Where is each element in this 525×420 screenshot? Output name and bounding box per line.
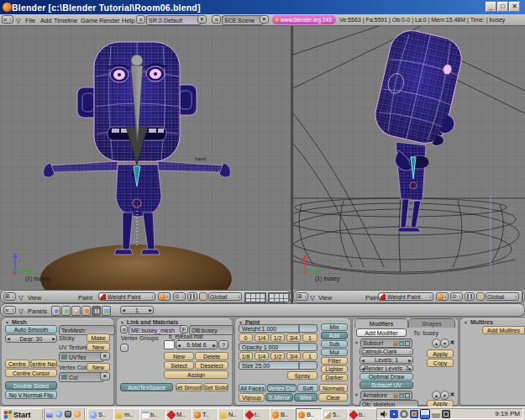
material-color-swatch[interactable] bbox=[164, 340, 175, 349]
panel-link-title[interactable]: ▼ Link and Materials bbox=[120, 319, 178, 325]
show-desktop-icon[interactable] bbox=[65, 411, 71, 417]
render-toggle-icon[interactable] bbox=[393, 341, 398, 346]
wire-toggle[interactable]: Wire bbox=[294, 393, 318, 402]
task-button-pen[interactable]: 5.. bbox=[322, 408, 351, 420]
orientation-dropdown[interactable]: Global ↕ bbox=[486, 292, 519, 301]
menu-help[interactable]: Help bbox=[122, 17, 134, 24]
material-assign-button[interactable]: Assign bbox=[164, 370, 228, 379]
material-deselect-button[interactable]: Deselect bbox=[195, 361, 228, 370]
uv-texture-new-button[interactable]: New bbox=[87, 343, 110, 351]
subsurf-levels-stepper[interactable]: ◀ Levels: 1 ▶ bbox=[360, 356, 413, 364]
gear-icon[interactable] bbox=[400, 410, 408, 418]
menu-paint[interactable]: Paint bbox=[78, 294, 92, 302]
menu-add[interactable]: Add bbox=[40, 17, 51, 24]
task-button-app-m[interactable]: M.. bbox=[165, 408, 195, 420]
degr-stepper[interactable]: ◀ Degr: 30 ▶ bbox=[5, 334, 57, 343]
manipulator-hand-icon[interactable] bbox=[199, 292, 207, 301]
viewport-side[interactable]: (1) busey bbox=[293, 26, 525, 290]
subsurf-copy-button[interactable]: Copy bbox=[427, 359, 454, 367]
task-button-blender-2-active[interactable]: B.. bbox=[296, 408, 325, 420]
shading-buttons-icon[interactable] bbox=[71, 306, 81, 316]
blender-tray-icon[interactable] bbox=[410, 410, 418, 418]
network-icon[interactable] bbox=[390, 410, 398, 418]
blend-sub-button[interactable]: Sub bbox=[321, 340, 348, 348]
mail-icon[interactable] bbox=[46, 411, 53, 417]
volume-icon[interactable] bbox=[380, 410, 388, 418]
tab-modifiers[interactable]: Modifiers bbox=[354, 318, 408, 328]
viewport-front[interactable]: he hand le.. (1) busey bbox=[0, 26, 291, 290]
vertex-group-button[interactable] bbox=[120, 344, 129, 352]
panels-menu[interactable]: Panels bbox=[28, 307, 47, 315]
start-button[interactable]: Start bbox=[2, 408, 45, 420]
editor-type-icon[interactable]: ≡↕ bbox=[2, 15, 13, 24]
script-buttons-icon[interactable] bbox=[61, 306, 71, 316]
printer-icon[interactable] bbox=[432, 410, 440, 418]
quicklaunch-app-icon[interactable] bbox=[74, 411, 81, 417]
subsurf-type-dropdown[interactable]: Catmull-Clark ↕ bbox=[360, 348, 413, 355]
editor-type-icon[interactable]: ⊞↕ bbox=[3, 292, 16, 301]
display-icon[interactable] bbox=[420, 409, 430, 419]
set-smooth-button[interactable]: Set Smooth bbox=[176, 383, 202, 391]
header-collapse-icon[interactable]: ▽ bbox=[310, 294, 315, 302]
header-collapse-icon[interactable]: ▽ bbox=[16, 17, 21, 24]
autotexspace-toggle[interactable]: AutoTexSpace bbox=[120, 383, 173, 391]
menu-render[interactable]: Render bbox=[99, 17, 120, 24]
uvtex-name-field[interactable]: UVTex bbox=[59, 352, 104, 362]
proportional-edit-icon[interactable] bbox=[465, 292, 475, 301]
blend-mul-button[interactable]: Mul bbox=[321, 349, 348, 356]
layer-buttons-group2[interactable] bbox=[268, 292, 290, 302]
armature-name-field[interactable]: Armature + bbox=[360, 391, 412, 400]
armature-collapse-icon[interactable]: ▼ bbox=[354, 392, 359, 397]
task-button-app-t[interactable]: t.. bbox=[244, 408, 273, 420]
screen-browse-icon[interactable]: ≡ bbox=[136, 15, 145, 24]
task-button-notepad[interactable]: b.. bbox=[139, 408, 169, 420]
task-button-app-b[interactable]: b.. bbox=[348, 408, 377, 420]
add-multires-button[interactable]: Add Multires bbox=[482, 326, 525, 334]
centre-new-button[interactable]: Centre New bbox=[30, 360, 57, 368]
proportional-edit-icon[interactable] bbox=[187, 292, 197, 301]
camera-icon[interactable] bbox=[442, 410, 450, 418]
fake-user-button[interactable]: F bbox=[180, 325, 188, 333]
menu-view[interactable]: View bbox=[28, 294, 41, 302]
subsurf-render-levels-stepper[interactable]: ◀ Render Levels: 2 ▶ bbox=[360, 365, 413, 372]
optimal-draw-toggle[interactable]: Optimal Draw bbox=[360, 373, 413, 381]
restore-button[interactable]: □ bbox=[497, 2, 508, 12]
editor-type-icon[interactable]: ⊞↕ bbox=[296, 292, 308, 301]
pivot-icon[interactable]: ⊙↕ bbox=[173, 292, 186, 301]
scene-browse-icon[interactable]: ≡ bbox=[212, 15, 221, 24]
x-mirror-toggle[interactable]: X-Mirror bbox=[265, 393, 293, 402]
blend-lighter-button[interactable]: Lighter bbox=[321, 365, 348, 373]
uvtex-delete-button[interactable]: ✕ bbox=[100, 352, 110, 360]
vgroup-toggle[interactable]: Vgroup bbox=[239, 393, 265, 402]
centre-cursor-button[interactable]: Centre Cursor bbox=[5, 369, 57, 377]
vertex-color-new-button[interactable]: New bbox=[87, 363, 110, 371]
menu-view[interactable]: View bbox=[318, 294, 332, 302]
editor-type-icon[interactable]: ≡↕ bbox=[3, 306, 16, 314]
add-modifier-button[interactable]: Add Modifier bbox=[356, 328, 407, 337]
editing-buttons-icon[interactable] bbox=[92, 306, 101, 316]
draw-type-icon[interactable]: ↕ bbox=[436, 292, 449, 301]
layer-buttons-group1[interactable] bbox=[522, 292, 525, 302]
render-toggle-icon[interactable] bbox=[393, 393, 398, 398]
draw-type-icon[interactable]: ↕ bbox=[158, 292, 171, 301]
col-name-field[interactable]: Col bbox=[59, 372, 104, 382]
normals-toggle[interactable]: Normals bbox=[319, 384, 348, 392]
layer-buttons-group1[interactable] bbox=[244, 292, 266, 302]
col-delete-button[interactable]: ✕ bbox=[100, 372, 110, 381]
material-select-button[interactable]: Select bbox=[164, 361, 194, 370]
task-button-blender-1[interactable]: B.. bbox=[270, 408, 299, 420]
weight-slider[interactable]: Weight:1.000 bbox=[239, 324, 318, 333]
screen-delete-button[interactable]: ✕ bbox=[197, 15, 207, 24]
mesh-browse-icon[interactable]: ≡ bbox=[120, 325, 128, 333]
logic-buttons-icon[interactable] bbox=[51, 306, 60, 316]
blend-add-button[interactable]: Add bbox=[321, 332, 348, 339]
weight-preset-1[interactable]: 1 bbox=[302, 333, 318, 342]
menu-game[interactable]: Game bbox=[81, 17, 97, 24]
material-question-button[interactable]: ? bbox=[218, 340, 228, 349]
display-toggle-icon[interactable] bbox=[405, 393, 410, 398]
vertex-dist-toggle[interactable]: Vertex Dist bbox=[267, 384, 297, 392]
material-new-button[interactable]: New bbox=[164, 352, 194, 360]
task-button-firefox[interactable]: T.. bbox=[192, 408, 221, 420]
spray-button[interactable]: Spray bbox=[287, 371, 318, 380]
orientation-dropdown[interactable]: Global ↕ bbox=[208, 292, 242, 301]
